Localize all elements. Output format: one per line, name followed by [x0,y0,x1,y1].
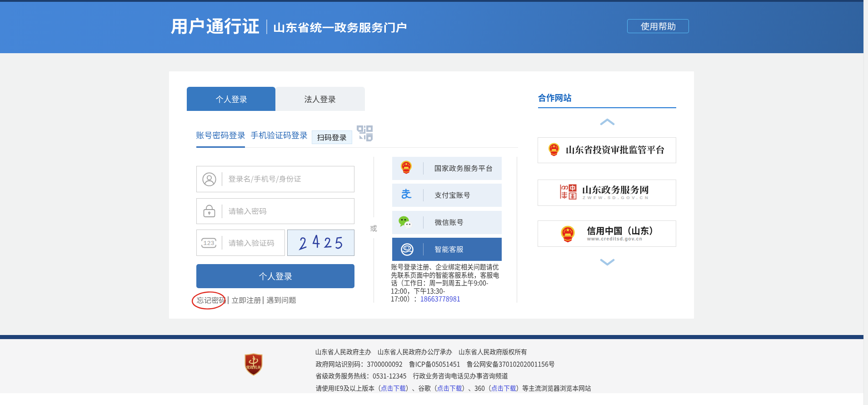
svg-text:123: 123 [203,240,214,247]
